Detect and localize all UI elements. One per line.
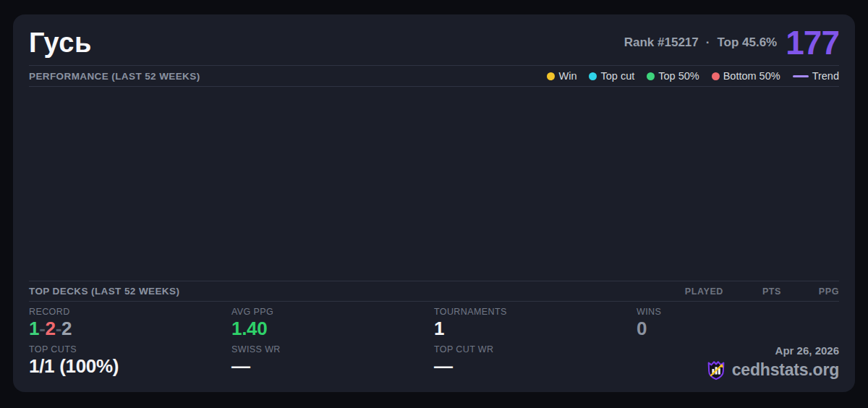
bottom-50-dot-icon <box>712 72 720 80</box>
card-header: Гусь Rank #15217 · Top 45.6% 177 <box>29 22 839 65</box>
record-separator: - <box>39 318 45 339</box>
record-draws: 2 <box>61 318 72 339</box>
record-wins: 1 <box>29 318 39 339</box>
player-stats-card: Гусь Rank #15217 · Top 45.6% 177 PERFORM… <box>13 14 855 392</box>
stat-top-cuts: TOP CUTS 1/1 (100%) <box>29 344 231 382</box>
avg-ppg-value: 1.40 <box>231 319 434 339</box>
top-decks-section-header: TOP DECKS (LAST 52 WEEKS) PLAYED PTS PPG <box>29 281 839 301</box>
stat-label: AVG PPG <box>231 307 434 317</box>
performance-title: PERFORMANCE (LAST 52 WEEKS) <box>29 71 200 82</box>
rank-text: Rank #15217 <box>624 35 699 50</box>
stat-label: TOURNAMENTS <box>434 307 637 317</box>
stat-tournaments: TOURNAMENTS 1 <box>434 307 637 344</box>
performance-section-header: PERFORMANCE (LAST 52 WEEKS) Win Top cut … <box>29 66 839 86</box>
stat-label: TOP CUTS <box>29 344 231 354</box>
header-right: Rank #15217 · Top 45.6% 177 <box>624 26 839 59</box>
legend-label: Bottom 50% <box>723 70 780 82</box>
trend-line-icon <box>793 75 809 77</box>
legend-label: Top 50% <box>658 70 699 82</box>
stats-grid: RECORD 1-2-2 AVG PPG 1.40 TOURNAMENTS 1 … <box>29 302 839 382</box>
player-score: 177 <box>786 26 839 59</box>
tournaments-value: 1 <box>434 319 637 339</box>
top-decks-title: TOP DECKS (LAST 52 WEEKS) <box>29 286 179 297</box>
performance-chart-plot-area <box>29 87 839 281</box>
card-date: Apr 26, 2026 <box>775 344 839 357</box>
top-percent-text: Top 45.6% <box>717 35 777 50</box>
top-50-dot-icon <box>647 72 655 80</box>
top-cuts-value: 1/1 (100%) <box>29 357 231 376</box>
record-losses: 2 <box>46 318 56 339</box>
win-dot-icon <box>547 72 555 80</box>
rank-line: Rank #15217 · Top 45.6% <box>624 35 778 50</box>
legend-label: Top cut <box>600 70 634 82</box>
top-cut-dot-icon <box>589 72 597 80</box>
top-cut-wr-value: — <box>434 357 637 376</box>
stat-swiss-wr: SWISS WR — <box>231 344 434 382</box>
legend-item-trend: Trend <box>793 70 839 82</box>
record-value: 1-2-2 <box>29 319 231 339</box>
record-separator: - <box>56 318 61 339</box>
legend-item-win: Win <box>547 70 576 82</box>
stat-avg-ppg: AVG PPG 1.40 <box>231 307 434 344</box>
swiss-wr-value: — <box>231 357 434 376</box>
stat-top-cut-wr: TOP CUT WR — <box>434 344 637 382</box>
brand: cedhstats.org <box>705 359 839 381</box>
legend-item-top-50: Top 50% <box>647 70 699 82</box>
column-header-played: PLAYED <box>665 286 723 297</box>
card-footer: Apr 26, 2026 cedhstats.org <box>637 344 839 382</box>
column-header-pts: PTS <box>723 286 781 297</box>
legend-item-top-cut: Top cut <box>589 70 634 82</box>
stat-label: WINS <box>637 307 839 317</box>
column-header-ppg: PPG <box>781 286 839 297</box>
rank-separator-dot: · <box>706 35 710 50</box>
legend-item-bottom-50: Bottom 50% <box>712 70 780 82</box>
player-name: Гусь <box>29 29 92 56</box>
legend-label: Win <box>558 70 576 82</box>
stat-label: RECORD <box>29 307 231 317</box>
stat-record: RECORD 1-2-2 <box>29 307 231 344</box>
stat-wins: WINS 0 <box>637 307 839 344</box>
top-decks-columns: PLAYED PTS PPG <box>665 286 839 297</box>
cedhstats-shield-logo-icon <box>705 359 727 381</box>
brand-text: cedhstats.org <box>732 360 839 380</box>
wins-value: 0 <box>637 319 839 339</box>
stat-label: TOP CUT WR <box>434 344 637 354</box>
chart-legend: Win Top cut Top 50% Bottom 50% Trend <box>547 70 839 82</box>
stat-label: SWISS WR <box>231 344 434 354</box>
legend-label: Trend <box>812 70 839 82</box>
